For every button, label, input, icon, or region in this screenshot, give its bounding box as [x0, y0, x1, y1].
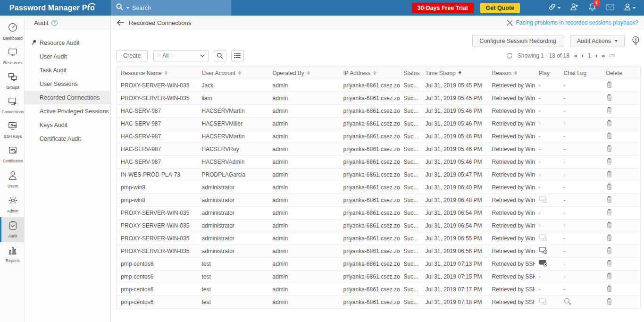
table-row[interactable]: PROXY-SERVER-WIN-035 administrator admin… [117, 220, 641, 232]
rail-item-audit[interactable]: Audit [0, 217, 24, 242]
trash-icon[interactable] [606, 196, 612, 203]
trash-icon[interactable] [606, 119, 612, 127]
play-icon[interactable] [539, 196, 548, 203]
rail-item-admin[interactable]: Admin [0, 192, 24, 217]
trash-icon[interactable] [606, 221, 612, 229]
global-search[interactable] [111, 0, 231, 16]
sidebar-item-task-audit[interactable]: Task Audit [25, 63, 110, 77]
table-row[interactable]: PROXY-SERVER-WIN-035 Jack admin priyanka… [117, 79, 641, 92]
search-scope-caret-icon[interactable] [126, 7, 129, 9]
sidebar-item-user-audit[interactable]: User Audit [25, 50, 110, 63]
page-size-option[interactable] [627, 55, 632, 57]
filter-dropdown[interactable]: -- All -- [153, 50, 209, 61]
play-icon[interactable] [539, 247, 548, 254]
col-operated-by[interactable]: Operated By [269, 67, 340, 79]
user-star-button[interactable] [570, 3, 579, 13]
audit-actions-button[interactable]: Audit Actions [570, 35, 625, 47]
trash-icon[interactable] [606, 145, 612, 152]
col-reason[interactable]: Reason [488, 67, 535, 79]
trash-icon[interactable] [606, 132, 612, 139]
trash-icon[interactable] [606, 107, 612, 114]
chat-log-icon[interactable] [564, 298, 571, 305]
trash-icon[interactable] [606, 298, 612, 305]
play-icon[interactable] [539, 298, 548, 305]
refresh-icon[interactable] [506, 52, 513, 59]
sidebar-item-resource-audit[interactable]: Resource Audit [25, 36, 110, 50]
trash-icon[interactable] [606, 234, 612, 241]
table-row[interactable]: PROXY-SERVER-WIN-035 administrator admin… [117, 245, 641, 258]
question-circle-icon[interactable]: ? [51, 20, 58, 26]
list-view-button[interactable] [231, 50, 244, 61]
table-row[interactable]: pmp-win8 administrator admin priyanka-68… [117, 194, 641, 207]
play-icon[interactable] [539, 234, 548, 241]
playback-help-link[interactable]: Facing problems in recorded sessions pla… [506, 19, 638, 26]
table-row[interactable]: pmp-centos6 test admin priyanka-6861.cse… [117, 296, 641, 309]
table-row[interactable]: pmp-centos6 test admin priyanka-6861.cse… [117, 283, 641, 296]
sort-icon[interactable] [307, 71, 310, 75]
trash-icon[interactable] [606, 209, 612, 216]
table-row[interactable]: IN-WES-PROD-PLA-73 PRODPLAGarcia admin p… [117, 169, 641, 181]
table-search-button[interactable] [214, 50, 226, 61]
sort-icon[interactable] [514, 71, 517, 75]
sidebar-item-active-privileged-sessions[interactable]: Active Privileged Sessions [25, 104, 110, 118]
trash-icon[interactable] [606, 285, 612, 292]
table-row[interactable]: pmp-centos6 test admin priyanka-6861.cse… [117, 271, 641, 283]
configure-session-recording-button[interactable]: Configure Session Recording [472, 35, 563, 47]
sort-icon[interactable] [238, 71, 241, 75]
rail-item-ssh-keys[interactable]: SSH Keys [0, 118, 24, 143]
trash-icon[interactable] [606, 94, 612, 101]
notifications-button[interactable]: 1 [588, 3, 596, 13]
mail-button[interactable] [606, 4, 614, 12]
free-trial-button[interactable]: 30-Days Free Trial [412, 3, 474, 13]
table-row[interactable]: HAC-SERV-987 HACSERVRoy admin priyanka-6… [117, 143, 641, 156]
col-resource-name[interactable]: Resource Name [117, 67, 198, 79]
link-menu[interactable] [548, 3, 560, 13]
sidebar-item-user-sessions[interactable]: User Sessions [25, 77, 110, 91]
sidebar-item-recorded-connections[interactable]: Recorded Connections [25, 91, 110, 104]
col-ip-address[interactable]: IP Address [340, 67, 400, 79]
trash-icon[interactable] [606, 158, 612, 165]
page-size-option[interactable] [609, 54, 615, 57]
table-row[interactable]: PROXY-SERVER-WIN-035 liam admin priyanka… [117, 92, 641, 105]
trash-icon[interactable] [606, 272, 612, 280]
table-row[interactable]: HAC-SERV-987 HACSERVMartin admin priyank… [117, 130, 641, 143]
sidebar-item-keys-audit[interactable]: Keys Audit [25, 118, 110, 132]
table-row[interactable]: HAC-SERV-987 HACSERVAdmin admin priyanka… [117, 156, 641, 169]
trash-icon[interactable] [606, 170, 612, 178]
table-row[interactable]: PROXY-SERVER-WIN-035 administrator admin… [117, 207, 641, 220]
trash-icon[interactable] [606, 183, 612, 190]
page-size-option[interactable] [619, 55, 623, 57]
trash-icon[interactable] [606, 260, 612, 267]
first-page-button[interactable]: « [574, 52, 577, 59]
sort-icon[interactable] [165, 71, 167, 75]
profile-menu[interactable] [624, 3, 636, 13]
rail-item-certificates[interactable]: Certificates [0, 143, 24, 167]
search-input[interactable] [132, 5, 212, 11]
table-row[interactable]: PROXY-SERVER-WIN-035 administrator admin… [117, 232, 641, 245]
last-page-button[interactable]: » [602, 52, 604, 59]
bulb-icon[interactable] [631, 36, 640, 46]
table-row[interactable]: pmp-win8 administrator admin priyanka-68… [117, 181, 641, 194]
get-quote-button[interactable]: Get Quote [480, 3, 520, 13]
rail-item-connections[interactable]: Connections [0, 93, 24, 118]
table-row[interactable]: HAC-SERV-987 HACSERVMartin admin priyank… [117, 105, 641, 118]
current-page[interactable]: 1 [588, 52, 591, 59]
next-page-button[interactable]: › [595, 52, 597, 59]
trash-icon[interactable] [606, 247, 612, 254]
table-row[interactable]: HAC-SERV-987 HACSERVMiller admin priyank… [117, 118, 641, 130]
col-time-stamp[interactable]: Time Stamp [422, 67, 488, 79]
table-row[interactable]: pmp-centos6 test admin priyanka-6861.cse… [117, 258, 641, 271]
col-user-account[interactable]: User Account [198, 67, 269, 79]
rail-item-resources[interactable]: Resources [0, 44, 24, 69]
trash-icon[interactable] [606, 81, 612, 88]
prev-page-button[interactable]: ‹ [582, 52, 583, 59]
rail-item-groups[interactable]: Groups [0, 69, 24, 93]
rail-item-dashboard[interactable]: Dashboard [0, 19, 24, 44]
play-icon[interactable] [539, 260, 548, 267]
sort-icon[interactable] [373, 71, 376, 75]
sidebar-item-certificate-audit[interactable]: Certificate Audit [25, 132, 110, 145]
app-logo[interactable]: Password Manager Pro [0, 4, 111, 12]
back-arrow-icon[interactable] [117, 19, 124, 26]
create-button[interactable]: Create [117, 50, 148, 61]
sort-icon[interactable] [459, 71, 461, 75]
